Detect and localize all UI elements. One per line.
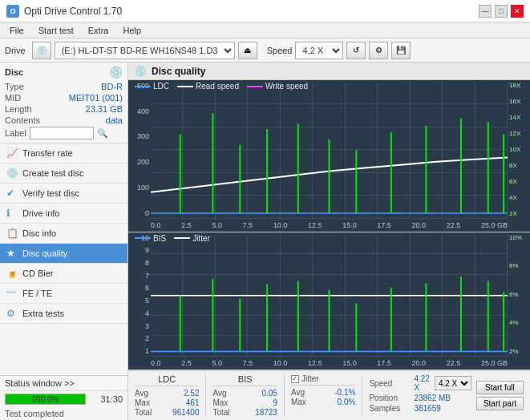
main-area: Disc 💿 Type BD-R MID MEIT01 (001) Length… [0, 63, 530, 420]
ldc-max-label: Max [135, 398, 150, 407]
samples-val: 381659 [414, 404, 440, 413]
sidebar-item-label-drive-info: Drive info [22, 208, 59, 218]
ldc-total-row: Total 961400 [135, 408, 199, 417]
sidebar-item-cd-bier[interactable]: 🍺 CD Bier [0, 264, 127, 284]
titlebar-controls: — □ ✕ [479, 5, 524, 18]
sidebar-item-label-verify: Verify test disc [22, 188, 79, 198]
save-button[interactable]: 💾 [391, 42, 411, 59]
sidebar-item-verify-test[interactable]: ✔ Verify test disc [0, 184, 127, 204]
stats-divider-3 [362, 374, 362, 417]
bis-legend-jitter-label: Jitter [192, 234, 210, 243]
ldc-avg-label: Avg [135, 389, 148, 398]
bis-avg-label: Avg [212, 389, 226, 398]
ldc-max-row: Max 461 [135, 398, 199, 407]
ldc-y-axis-left: 500 400 300 200 100 0 [128, 80, 151, 219]
ldc-total-value: 961400 [172, 408, 199, 417]
close-button[interactable]: ✕ [511, 5, 524, 18]
bis-avg-row: Avg 0.05 [212, 389, 277, 398]
ldc-stats-header: LDC [135, 374, 199, 386]
progress-bar: 100.0% [5, 394, 86, 405]
start-full-button[interactable]: Start full [476, 381, 524, 394]
ldc-avg-row: Avg 2.52 [135, 389, 199, 398]
menu-extra[interactable]: Extra [82, 24, 115, 37]
drive-icon: 💿 [32, 42, 51, 59]
disc-contents-label: Contents [5, 115, 40, 125]
sidebar-item-label-cd-bier: CD Bier [22, 269, 54, 278]
drive-selector[interactable]: (E:) HL-DT-ST BD-RE WH16NS48 1.D3 [55, 42, 235, 59]
status-nav-label: Status window >> [5, 378, 75, 388]
fe-te-icon: 〰 [6, 288, 18, 299]
menu-start-test[interactable]: Start test [32, 24, 80, 37]
disc-mid-row: MID MEIT01 (001) [5, 93, 123, 103]
disc-type-label: Type [5, 82, 24, 91]
jitter-avg-label: Avg [291, 388, 305, 397]
menu-help[interactable]: Help [116, 24, 148, 37]
samples-key: Samples [369, 404, 409, 413]
maximize-button[interactable]: □ [495, 5, 508, 18]
sidebar-item-disc-info[interactable]: 📋 Disc info [0, 224, 127, 244]
disc-panel-header: Disc 💿 [5, 66, 123, 79]
jitter-avg-value: -0.1% [334, 388, 355, 397]
stats-divider-2 [284, 374, 285, 417]
bis-color-bar [135, 237, 151, 239]
bis-y-axis-left: 10 9 8 7 6 5 4 3 2 1 [128, 232, 151, 357]
speed-stats-col: Speed 4.22 X 4.2 X Position 23862 MB Sam… [369, 374, 471, 417]
menu-file[interactable]: File [3, 24, 30, 37]
disc-mid-value: MEIT01 (001) [69, 93, 123, 103]
disc-length-label: Length [5, 104, 32, 114]
sidebar-item-drive-info[interactable]: ℹ Drive info [0, 204, 127, 224]
start-part-button[interactable]: Start part [476, 397, 524, 410]
jitter-checkbox[interactable]: ✓ [291, 375, 299, 383]
position-val: 23862 MB [414, 394, 451, 402]
eject-button[interactable]: ⏏ [238, 42, 257, 59]
bis-max-value: 9 [273, 398, 277, 407]
sidebar-item-fe-te[interactable]: 〰 FE / TE [0, 284, 127, 304]
sidebar-item-disc-quality[interactable]: ★ Disc quality [0, 244, 127, 264]
sidebar-item-transfer-rate[interactable]: 📈 Transfer rate [0, 143, 127, 164]
position-key: Position [369, 394, 409, 402]
ldc-legend-read-label: Read speed [196, 82, 239, 91]
ldc-max-value: 461 [186, 398, 200, 407]
disc-label-input[interactable] [30, 127, 94, 139]
options-button[interactable]: ⚙ [369, 42, 388, 59]
ldc-color-bar [135, 86, 151, 87]
status-message: Test completed [0, 407, 127, 420]
speed-test-selector[interactable]: 4.2 X [435, 376, 471, 390]
sidebar-item-create-test[interactable]: 💿 Create test disc [0, 164, 127, 184]
bis-y-axis-right: 10% 8% 6% 4% 2% [508, 232, 530, 357]
read-color-bar [177, 86, 193, 87]
sidebar-item-extra-tests[interactable]: ⚙ Extra tests [0, 304, 127, 324]
position-row: Position 23862 MB [369, 394, 471, 402]
minimize-button[interactable]: — [479, 5, 492, 18]
bis-stats-col: BIS Avg 0.05 Max 9 Total 18723 [212, 374, 277, 417]
titlebar-left: O Opti Drive Control 1.70 [6, 5, 122, 18]
sidebar-item-label-extra-tests: Extra tests [22, 309, 64, 318]
disc-quality-title: Disc quality [152, 66, 205, 77]
bis-chart-svg [151, 234, 508, 357]
jitter-stats-col: ✓ Jitter Avg -0.1% Max 0.0% [291, 374, 355, 417]
sidebar-item-label-create: Create test disc [22, 168, 83, 178]
bis-legend-bis: BIS [135, 234, 166, 243]
disc-length-row: Length 23.31 GB [5, 104, 123, 114]
nav-items: 📈 Transfer rate 💿 Create test disc ✔ Ver… [0, 143, 127, 375]
ldc-legend-read: Read speed [177, 82, 239, 91]
menubar: File Start test Extra Help [0, 22, 530, 38]
status-time: 31:30 [91, 394, 123, 404]
jitter-max-label: Max [291, 398, 306, 406]
sidebar-item-label-transfer: Transfer rate [22, 148, 73, 158]
disc-info-icon: 📋 [6, 228, 18, 239]
transfer-rate-icon: 📈 [6, 147, 18, 159]
app-icon: O [6, 5, 19, 18]
drive-info-icon: ℹ [6, 208, 18, 219]
samples-row: Samples 381659 [369, 404, 471, 413]
speed-stats: Speed 4.22 X 4.2 X Position 23862 MB Sam… [369, 374, 471, 413]
bis-total-label: Total [212, 408, 229, 417]
status-window-button[interactable]: Status window >> [0, 376, 127, 391]
bis-total-row: Total 18723 [212, 408, 277, 417]
status-area: Status window >> 100.0% 31:30 Test compl… [0, 375, 127, 420]
bis-legend: BIS Jitter [135, 234, 210, 243]
speed-selector[interactable]: 4.2 X [295, 42, 343, 59]
disc-contents-row: Contents data [5, 115, 123, 125]
refresh-button[interactable]: ↺ [346, 42, 366, 59]
sidebar-item-label-disc-info: Disc info [22, 228, 56, 238]
